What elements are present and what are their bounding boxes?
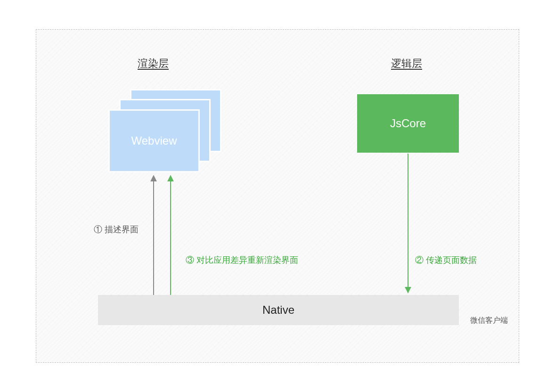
footer-label: 微信客户端 [470,316,508,326]
jscore-box: JsCore [357,94,459,153]
label-step1: ① 描述界面 [94,224,139,235]
heading-logic-layer: 逻辑层 [391,57,422,71]
native-box: Native [98,295,459,325]
webview-label: Webview [131,134,177,147]
webview-box: Webview [108,109,200,172]
label-step2: ② 传递页面数据 [415,254,477,266]
heading-render-layer: 渲染层 [138,57,169,71]
native-label: Native [262,303,294,317]
diagram-canvas: 渲染层 逻辑层 Webview JsCore Native ① 描述界面 ③ 对… [0,0,555,392]
label-step3: ③ 对比应用差异重新渲染界面 [186,254,298,266]
jscore-label: JsCore [390,117,426,130]
